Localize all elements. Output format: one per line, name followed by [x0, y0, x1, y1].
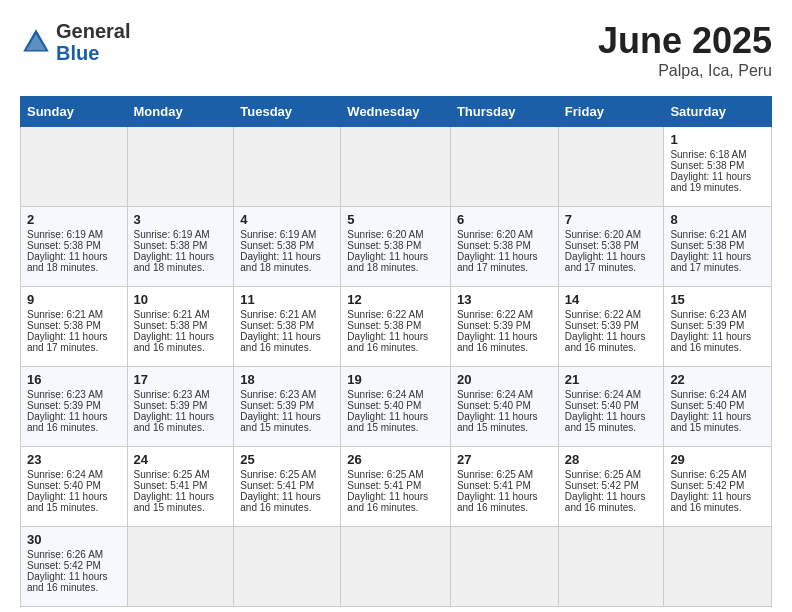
- sunrise-text: Sunrise: 6:25 AM: [565, 469, 658, 480]
- calendar-cell: 6Sunrise: 6:20 AMSunset: 5:38 PMDaylight…: [450, 207, 558, 287]
- sunrise-text: Sunrise: 6:25 AM: [240, 469, 334, 480]
- daylight-text: Daylight: 11 hours and 18 minutes.: [240, 251, 334, 273]
- daylight-text: Daylight: 11 hours and 16 minutes.: [670, 331, 765, 353]
- calendar-cell: 21Sunrise: 6:24 AMSunset: 5:40 PMDayligh…: [558, 367, 664, 447]
- day-number: 18: [240, 372, 334, 387]
- calendar-cell: [558, 127, 664, 207]
- daylight-text: Daylight: 11 hours and 16 minutes.: [240, 331, 334, 353]
- sunrise-text: Sunrise: 6:21 AM: [134, 309, 228, 320]
- calendar-cell: [341, 127, 451, 207]
- sunset-text: Sunset: 5:41 PM: [457, 480, 552, 491]
- sunrise-text: Sunrise: 6:23 AM: [240, 389, 334, 400]
- daylight-text: Daylight: 11 hours and 16 minutes.: [347, 491, 444, 513]
- day-number: 5: [347, 212, 444, 227]
- day-number: 26: [347, 452, 444, 467]
- calendar-cell: 11Sunrise: 6:21 AMSunset: 5:38 PMDayligh…: [234, 287, 341, 367]
- day-number: 14: [565, 292, 658, 307]
- sunset-text: Sunset: 5:39 PM: [670, 320, 765, 331]
- page-header: General Blue June 2025 Palpa, Ica, Peru: [20, 20, 772, 80]
- calendar-day-header: Thursday: [450, 97, 558, 127]
- daylight-text: Daylight: 11 hours and 16 minutes.: [347, 331, 444, 353]
- daylight-text: Daylight: 11 hours and 15 minutes.: [240, 411, 334, 433]
- daylight-text: Daylight: 11 hours and 18 minutes.: [347, 251, 444, 273]
- calendar-cell: 15Sunrise: 6:23 AMSunset: 5:39 PMDayligh…: [664, 287, 772, 367]
- sunset-text: Sunset: 5:42 PM: [670, 480, 765, 491]
- sunset-text: Sunset: 5:40 PM: [457, 400, 552, 411]
- calendar-cell: 27Sunrise: 6:25 AMSunset: 5:41 PMDayligh…: [450, 447, 558, 527]
- sunset-text: Sunset: 5:38 PM: [347, 240, 444, 251]
- sunrise-text: Sunrise: 6:24 AM: [670, 389, 765, 400]
- sunset-text: Sunset: 5:42 PM: [27, 560, 121, 571]
- calendar-cell: 1Sunrise: 6:18 AMSunset: 5:38 PMDaylight…: [664, 127, 772, 207]
- calendar-day-header: Monday: [127, 97, 234, 127]
- calendar-cell: 10Sunrise: 6:21 AMSunset: 5:38 PMDayligh…: [127, 287, 234, 367]
- day-number: 24: [134, 452, 228, 467]
- calendar-cell: 20Sunrise: 6:24 AMSunset: 5:40 PMDayligh…: [450, 367, 558, 447]
- calendar-cell: 22Sunrise: 6:24 AMSunset: 5:40 PMDayligh…: [664, 367, 772, 447]
- calendar-cell: 18Sunrise: 6:23 AMSunset: 5:39 PMDayligh…: [234, 367, 341, 447]
- calendar-cell: 28Sunrise: 6:25 AMSunset: 5:42 PMDayligh…: [558, 447, 664, 527]
- sunset-text: Sunset: 5:38 PM: [240, 320, 334, 331]
- calendar-cell: 30Sunrise: 6:26 AMSunset: 5:42 PMDayligh…: [21, 527, 128, 607]
- sunrise-text: Sunrise: 6:23 AM: [670, 309, 765, 320]
- day-number: 19: [347, 372, 444, 387]
- calendar-day-header: Tuesday: [234, 97, 341, 127]
- sunset-text: Sunset: 5:38 PM: [347, 320, 444, 331]
- daylight-text: Daylight: 11 hours and 16 minutes.: [565, 491, 658, 513]
- day-number: 15: [670, 292, 765, 307]
- daylight-text: Daylight: 11 hours and 19 minutes.: [670, 171, 765, 193]
- calendar-cell: [234, 127, 341, 207]
- daylight-text: Daylight: 11 hours and 15 minutes.: [134, 491, 228, 513]
- daylight-text: Daylight: 11 hours and 15 minutes.: [457, 411, 552, 433]
- sunrise-text: Sunrise: 6:23 AM: [134, 389, 228, 400]
- calendar-day-header: Wednesday: [341, 97, 451, 127]
- sunrise-text: Sunrise: 6:25 AM: [457, 469, 552, 480]
- calendar-day-header: Sunday: [21, 97, 128, 127]
- sunrise-text: Sunrise: 6:24 AM: [347, 389, 444, 400]
- calendar-cell: 14Sunrise: 6:22 AMSunset: 5:39 PMDayligh…: [558, 287, 664, 367]
- day-number: 1: [670, 132, 765, 147]
- calendar-cell: 17Sunrise: 6:23 AMSunset: 5:39 PMDayligh…: [127, 367, 234, 447]
- daylight-text: Daylight: 11 hours and 15 minutes.: [670, 411, 765, 433]
- daylight-text: Daylight: 11 hours and 18 minutes.: [134, 251, 228, 273]
- calendar-cell: 8Sunrise: 6:21 AMSunset: 5:38 PMDaylight…: [664, 207, 772, 287]
- sunset-text: Sunset: 5:42 PM: [565, 480, 658, 491]
- daylight-text: Daylight: 11 hours and 17 minutes.: [565, 251, 658, 273]
- day-number: 27: [457, 452, 552, 467]
- sunset-text: Sunset: 5:40 PM: [565, 400, 658, 411]
- day-number: 3: [134, 212, 228, 227]
- day-number: 7: [565, 212, 658, 227]
- calendar-cell: [664, 527, 772, 607]
- calendar-header-row: SundayMondayTuesdayWednesdayThursdayFrid…: [21, 97, 772, 127]
- calendar-cell: [21, 127, 128, 207]
- calendar-week-row: 1Sunrise: 6:18 AMSunset: 5:38 PMDaylight…: [21, 127, 772, 207]
- calendar-table: SundayMondayTuesdayWednesdayThursdayFrid…: [20, 96, 772, 607]
- sunset-text: Sunset: 5:39 PM: [457, 320, 552, 331]
- day-number: 11: [240, 292, 334, 307]
- daylight-text: Daylight: 11 hours and 15 minutes.: [565, 411, 658, 433]
- calendar-cell: 2Sunrise: 6:19 AMSunset: 5:38 PMDaylight…: [21, 207, 128, 287]
- sunrise-text: Sunrise: 6:24 AM: [457, 389, 552, 400]
- calendar-cell: 25Sunrise: 6:25 AMSunset: 5:41 PMDayligh…: [234, 447, 341, 527]
- calendar-cell: 9Sunrise: 6:21 AMSunset: 5:38 PMDaylight…: [21, 287, 128, 367]
- daylight-text: Daylight: 11 hours and 16 minutes.: [134, 331, 228, 353]
- sunset-text: Sunset: 5:38 PM: [134, 240, 228, 251]
- sunrise-text: Sunrise: 6:22 AM: [457, 309, 552, 320]
- sunset-text: Sunset: 5:39 PM: [27, 400, 121, 411]
- daylight-text: Daylight: 11 hours and 16 minutes.: [670, 491, 765, 513]
- sunrise-text: Sunrise: 6:19 AM: [134, 229, 228, 240]
- day-number: 16: [27, 372, 121, 387]
- daylight-text: Daylight: 11 hours and 16 minutes.: [134, 411, 228, 433]
- sunrise-text: Sunrise: 6:22 AM: [565, 309, 658, 320]
- day-number: 28: [565, 452, 658, 467]
- sunrise-text: Sunrise: 6:22 AM: [347, 309, 444, 320]
- calendar-cell: [341, 527, 451, 607]
- sunrise-text: Sunrise: 6:19 AM: [240, 229, 334, 240]
- sunrise-text: Sunrise: 6:25 AM: [134, 469, 228, 480]
- day-number: 8: [670, 212, 765, 227]
- sunset-text: Sunset: 5:40 PM: [27, 480, 121, 491]
- logo-general-text: General: [56, 20, 130, 42]
- day-number: 9: [27, 292, 121, 307]
- sunset-text: Sunset: 5:40 PM: [347, 400, 444, 411]
- sunrise-text: Sunrise: 6:26 AM: [27, 549, 121, 560]
